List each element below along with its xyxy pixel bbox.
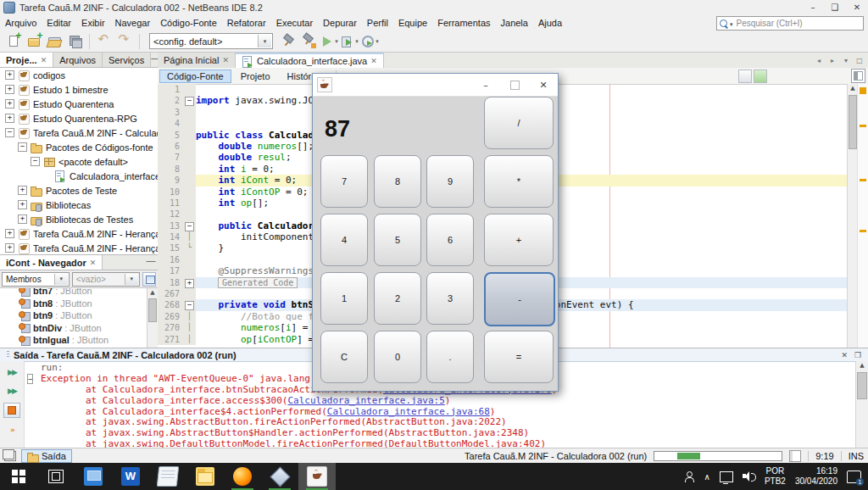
volume-icon[interactable]: [743, 471, 755, 482]
expand-icon[interactable]: +: [5, 99, 14, 109]
member-btndiv[interactable]: btnDiv : JButton: [0, 322, 147, 335]
collapse-fold-icon[interactable]: −: [27, 374, 33, 384]
menu-codigo-fonte[interactable]: Código-Fonte: [155, 16, 222, 30]
new-project-button[interactable]: [24, 31, 44, 51]
members-filter-select[interactable]: Membros ▾: [2, 272, 70, 287]
clock[interactable]: 16:19 30/04/2020: [795, 466, 837, 487]
taskbar-netbeans[interactable]: [261, 463, 298, 490]
taskbar-word[interactable]: [112, 463, 149, 490]
output-scrollbar[interactable]: ▲: [855, 361, 868, 448]
tab-list-icon[interactable]: ▾: [840, 57, 852, 64]
calc-maximize-button[interactable]: [500, 74, 529, 96]
tree-item-tarefa-caua-m-2inf-heranca-001[interactable]: +Tarefa Cauã.M 2INF - Herança 001: [0, 226, 158, 241]
console-fold-margin[interactable]: −: [24, 374, 41, 385]
clean-build-button[interactable]: [298, 31, 319, 51]
calc-key-digit-6[interactable]: 6: [426, 214, 474, 266]
fold-margin[interactable]: −: [183, 299, 196, 310]
error-mark[interactable]: [860, 230, 866, 232]
output-minimized-tab[interactable]: Saída: [21, 449, 72, 463]
collapse-icon[interactable]: −: [18, 142, 27, 152]
config-select[interactable]: <config. default>▾: [149, 33, 273, 49]
tray-expand-icon[interactable]: ∧: [704, 472, 710, 482]
menu-depurar[interactable]: Depurar: [318, 16, 362, 30]
member-btnigual[interactable]: btnIgual : JButton: [0, 334, 147, 347]
calc-key-digit-3[interactable]: 3: [426, 272, 474, 325]
tree-item-pacotes-de-codigos-fonte[interactable]: −Pacotes de Códigos-fonte: [0, 140, 158, 154]
taskbar-start[interactable]: [0, 463, 37, 490]
rerun-button[interactable]: ▶▶: [4, 365, 19, 379]
navigator-sort-button[interactable]: [142, 272, 156, 287]
calc-key-digit-2[interactable]: 2: [374, 272, 421, 325]
calc-key-clear[interactable]: C: [320, 331, 368, 383]
collapse-icon[interactable]: −: [31, 157, 40, 166]
calc-key-digit-9[interactable]: 9: [426, 155, 474, 208]
error-mark[interactable]: [860, 87, 866, 94]
menu-exibir[interactable]: Exibir: [76, 16, 110, 30]
collapse-fold-icon[interactable]: −: [185, 97, 194, 106]
maximize-output-icon[interactable]: ❐: [854, 351, 861, 359]
restore-button[interactable]: ❑: [824, 1, 846, 14]
member-btn9[interactable]: btn9 : JButton: [0, 309, 147, 322]
quick-search[interactable]: ▾: [716, 16, 864, 31]
menu-janela[interactable]: Janela: [496, 16, 533, 30]
error-mark[interactable]: [860, 179, 866, 181]
calc-key-digit-5[interactable]: 5: [374, 214, 421, 266]
restore-group-icon[interactable]: [4, 451, 16, 461]
navigator-scrollbar[interactable]: ▲: [147, 288, 158, 348]
close-icon[interactable]: ✕: [41, 56, 47, 64]
fold-margin[interactable]: +: [183, 277, 196, 288]
calc-key-digit-7[interactable]: 7: [320, 155, 368, 208]
collapse-icon[interactable]: −: [5, 128, 14, 137]
error-stripe[interactable]: [857, 84, 868, 348]
tree-item-pacote-default[interactable]: −<pacote default>: [0, 154, 158, 169]
tree-item-pacotes-de-teste[interactable]: +Pacotes de Teste: [0, 183, 158, 198]
calc-key-minus[interactable]: -: [484, 272, 555, 326]
maximize-tab-icon[interactable]: □: [854, 57, 865, 64]
scrollbar-thumb[interactable]: [148, 298, 157, 322]
calc-close-button[interactable]: ✕: [529, 74, 558, 96]
member-btn8[interactable]: btn8 : JButton: [0, 298, 147, 310]
tree-item-bibliotecas[interactable]: +Bibliotecas: [0, 198, 158, 212]
stop-button[interactable]: [3, 403, 20, 418]
generated-code-fold[interactable]: Generated Code: [218, 277, 298, 288]
taskbar-firefox[interactable]: [224, 463, 261, 490]
tree-item-tarefa-caua-m-2inf-calculadora-002[interactable]: −Tarefa Cauã.M 2INF - Calculadora 002: [0, 125, 158, 140]
rerun-debug-button[interactable]: ▶▶: [4, 384, 19, 398]
calc-key-digit-1[interactable]: 1: [320, 272, 368, 325]
drag-grip-icon[interactable]: [7, 351, 9, 359]
close-output-icon[interactable]: ✕: [841, 351, 848, 359]
save-all-button[interactable]: [64, 31, 85, 51]
tree-item-codigos[interactable]: +codigos: [0, 68, 158, 82]
menu-navegar[interactable]: Navegar: [110, 16, 156, 30]
ant-settings-button[interactable]: »: [4, 423, 19, 437]
tab-arquivos[interactable]: Arquivos: [53, 53, 103, 67]
scrollbar-thumb[interactable]: [849, 95, 857, 149]
run-button[interactable]: ▾: [319, 31, 339, 51]
open-project-button[interactable]: [44, 31, 64, 51]
taskbar-java-app[interactable]: [298, 463, 336, 490]
tree-item-tarefa-caua-m-2inf-heranca-002[interactable]: +Tarefa Cauã.M 2INF - Herança 002: [0, 241, 158, 254]
expand-icon[interactable]: +: [18, 186, 27, 195]
name-filter-select[interactable]: <vazio> ▾: [72, 272, 140, 287]
search-scope-caret-icon[interactable]: ▾: [730, 21, 733, 28]
taskbar-file-explorer[interactable]: [186, 463, 224, 490]
menu-ferramentas[interactable]: Ferramentas: [432, 16, 495, 30]
language-indicator[interactable]: POR PTB2: [765, 466, 786, 487]
fold-margin[interactable]: −: [183, 95, 196, 106]
tab-calculadora-interface-java[interactable]: Calculadora_interface.java✕: [236, 53, 384, 68]
calc-key-digit-4[interactable]: 4: [320, 214, 368, 266]
build-button[interactable]: [278, 31, 298, 51]
menu-perfil[interactable]: Perfil: [362, 16, 393, 30]
last-edit-icon[interactable]: [738, 70, 752, 83]
process-icon[interactable]: [789, 450, 801, 462]
scroll-right-icon[interactable]: ▸: [826, 57, 838, 64]
view-projeto[interactable]: Projeto: [233, 70, 278, 83]
close-icon[interactable]: ✕: [222, 56, 229, 64]
collapse-fold-icon[interactable]: −: [185, 301, 194, 310]
calculator-title-bar[interactable]: – ✕: [313, 74, 558, 97]
scroll-left-icon[interactable]: ◂: [813, 57, 825, 64]
expand-icon[interactable]: +: [18, 200, 27, 209]
tab-proje[interactable]: Proje...✕: [0, 53, 53, 67]
notification-center-icon[interactable]: 1: [847, 471, 861, 483]
menu-editar[interactable]: Editar: [42, 16, 76, 30]
